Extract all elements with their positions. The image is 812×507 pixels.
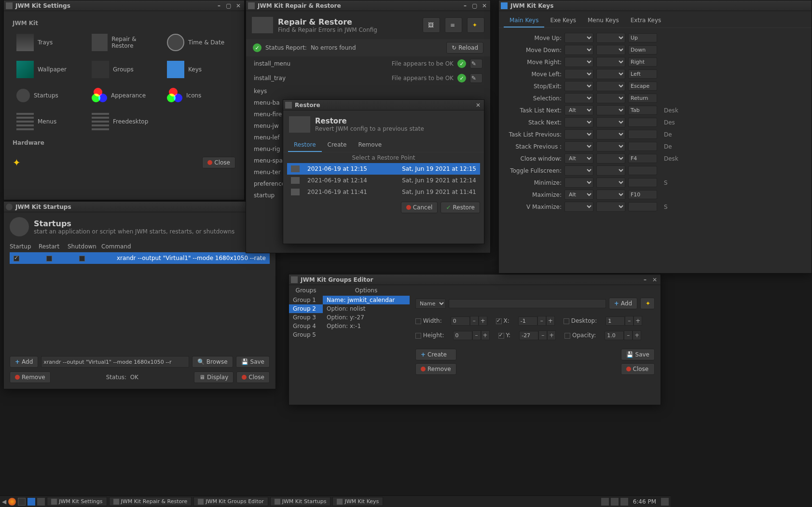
modifier-select[interactable] [596, 105, 625, 115]
settings-item-trays[interactable]: Trays [13, 31, 85, 54]
desktop-input[interactable] [606, 316, 625, 326]
add-button[interactable]: +Add [609, 298, 637, 309]
modifier-select[interactable] [564, 165, 593, 176]
height-input[interactable] [453, 331, 472, 340]
taskbar-item[interactable]: JWM Kit Settings [47, 497, 107, 506]
group-item[interactable]: Group 2 [289, 304, 323, 313]
restore-point[interactable]: 2021-06-19 at 11:41Sat, Jun 19 2021 at 1… [287, 186, 480, 198]
modifier-select[interactable] [564, 45, 593, 55]
settings-item-freedesktop[interactable]: Freedesktop [88, 110, 160, 133]
repair-row[interactable]: install_menuFile appears to be OK✓✎ [250, 56, 486, 71]
key-input[interactable] [628, 94, 657, 103]
x-input[interactable] [518, 316, 537, 326]
modifier-select[interactable] [596, 33, 625, 43]
modifier-select[interactable] [596, 69, 625, 79]
remove-button[interactable]: Remove [10, 371, 51, 383]
name-select[interactable]: Name [415, 299, 446, 309]
key-input[interactable] [628, 45, 657, 55]
tray-icon[interactable] [661, 498, 669, 506]
command-input[interactable] [41, 356, 189, 368]
terminal-icon[interactable] [18, 498, 26, 506]
modifier-select[interactable] [564, 117, 593, 127]
close-button[interactable]: Close [202, 157, 235, 168]
modifier-select[interactable] [596, 141, 625, 151]
windows-icon[interactable] [37, 498, 45, 506]
close-icon[interactable]: ✕ [651, 276, 659, 284]
option-item[interactable]: Option: nolist [323, 304, 410, 313]
minimize-icon[interactable]: – [215, 2, 223, 10]
tab-extra-keys[interactable]: Extra Keys [625, 14, 667, 27]
save-button[interactable]: 💾 Save [621, 349, 655, 360]
group-item[interactable]: Group 5 [289, 330, 323, 339]
tab-create[interactable]: Create [322, 138, 353, 152]
settings-item-menus[interactable]: Menus [13, 110, 85, 133]
repair-row[interactable]: keys [250, 85, 486, 97]
create-button[interactable]: +Create [415, 349, 456, 360]
key-input[interactable] [628, 130, 657, 139]
taskbar-item[interactable]: JWM Kit Keys [332, 497, 383, 506]
modifier-select[interactable] [564, 141, 593, 151]
modifier-select[interactable] [596, 165, 625, 176]
browse-button[interactable]: 🔍 Browse [192, 356, 233, 368]
close-icon[interactable]: ✕ [481, 2, 488, 10]
settings-item-icons[interactable]: Icons [163, 85, 235, 106]
startup-row[interactable]: xrandr --output "Virtual1" --mode 1680x1… [10, 252, 270, 264]
modifier-select[interactable]: Alt [564, 105, 593, 115]
startup-checkbox[interactable] [14, 256, 19, 261]
launcher-icon[interactable]: ◀ [2, 498, 6, 505]
option-item[interactable]: Option: x:-1 [323, 322, 410, 330]
modifier-select[interactable] [596, 202, 625, 212]
tray-icon[interactable] [611, 498, 619, 506]
modifier-select[interactable] [564, 202, 593, 212]
files-icon[interactable] [28, 498, 35, 506]
modifier-select[interactable] [596, 57, 625, 67]
minimize-icon[interactable]: – [641, 276, 649, 284]
save-button[interactable]: 💾 Save [236, 356, 270, 368]
key-input[interactable] [628, 57, 657, 67]
modifier-select[interactable] [564, 81, 593, 91]
shutdown-checkbox[interactable] [79, 256, 85, 261]
repair-row[interactable]: install_trayFile appears to be OK✓✎ [250, 71, 486, 85]
key-input[interactable] [628, 178, 657, 187]
modifier-select[interactable] [564, 33, 593, 43]
keys-titlebar[interactable]: JWM Kit Keys [499, 0, 812, 11]
taskbar-item[interactable]: JWM Kit Groups Editor [193, 497, 268, 506]
modifier-select[interactable] [596, 117, 625, 127]
taskbar-item[interactable]: JWM Kit Startups [270, 497, 331, 506]
option-item[interactable]: Name: jwmkit_calendar [323, 296, 410, 304]
group-item[interactable]: Group 4 [289, 322, 323, 330]
firefox-icon[interactable] [8, 498, 16, 506]
settings-item-wallpaper[interactable]: Wallpaper [13, 58, 85, 81]
image-view-button[interactable]: 🖼 [423, 17, 440, 33]
restore-button[interactable]: ✓Restore [440, 202, 480, 213]
modifier-select[interactable] [564, 57, 593, 67]
remove-button[interactable]: Remove [415, 363, 456, 375]
option-item[interactable]: Option: y:-27 [323, 313, 410, 322]
clock[interactable]: 6:46 PM [630, 498, 659, 505]
settings-item-time[interactable]: Time & Date [163, 31, 235, 54]
maximize-icon[interactable]: ▢ [471, 2, 479, 10]
maximize-icon[interactable]: ▢ [225, 2, 233, 10]
close-icon[interactable]: ✕ [234, 2, 242, 10]
add-button[interactable]: +Add [10, 356, 38, 368]
cancel-button[interactable]: Cancel [401, 202, 438, 213]
y-input[interactable] [519, 331, 538, 340]
modifier-select[interactable] [564, 178, 593, 188]
repair-titlebar[interactable]: JWM Kit Repair & Restore – ▢ ✕ [246, 0, 490, 11]
group-item[interactable]: Group 3 [289, 313, 323, 322]
star-button[interactable]: ✦ [640, 298, 655, 309]
settings-item-repair[interactable]: Repair & Restore [88, 31, 160, 54]
modifier-select[interactable] [596, 93, 625, 103]
modifier-select[interactable] [596, 129, 625, 139]
edit-button[interactable]: ✎ [470, 59, 482, 69]
key-input[interactable] [628, 118, 657, 127]
modifier-select[interactable] [596, 153, 625, 164]
key-input[interactable] [628, 106, 657, 115]
restore-point[interactable]: 2021-06-19 at 12:14Sat, Jun 19 2021 at 1… [287, 175, 480, 186]
star-icon[interactable]: ✦ [13, 157, 21, 168]
modifier-select[interactable] [564, 69, 593, 79]
groups-titlebar[interactable]: JWM Kit Groups Editor – ✕ [289, 274, 661, 285]
modifier-select[interactable]: Alt [564, 190, 593, 200]
modifier-select[interactable] [596, 81, 625, 91]
width-input[interactable] [451, 316, 470, 326]
